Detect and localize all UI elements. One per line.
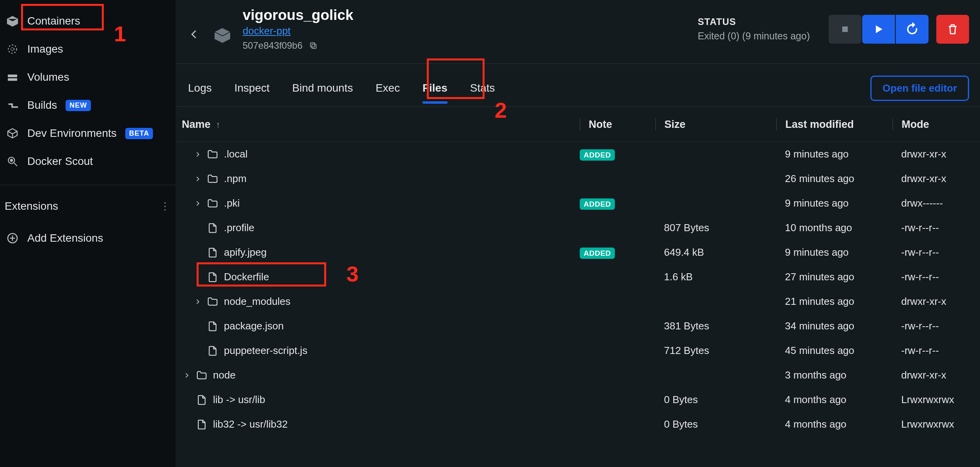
file-note: ADDED <box>580 197 655 209</box>
chevron-right-icon[interactable] <box>194 200 201 207</box>
file-modified: 9 minutes ago <box>776 197 893 209</box>
file-row[interactable]: .pkiADDED9 minutes agodrwx------ <box>176 191 980 216</box>
file-name: .local <box>224 148 248 160</box>
file-row[interactable]: lib32 -> usr/lib320 Bytes4 months agoLrw… <box>176 412 980 437</box>
sidebar-item-add-extensions[interactable]: Add Extensions <box>0 224 176 252</box>
tab-exec[interactable]: Exec <box>376 79 400 103</box>
file-icon <box>196 419 208 430</box>
file-mode: Lrwxrwxrwx <box>893 418 974 430</box>
file-mode: Lrwxrwxrwx <box>893 394 974 406</box>
column-size[interactable]: Size <box>655 119 776 131</box>
restart-button[interactable] <box>896 15 929 44</box>
file-row[interactable]: puppeteer-script.js712 Bytes45 minutes a… <box>176 338 980 363</box>
file-name: lib32 -> usr/lib32 <box>213 418 288 430</box>
file-row[interactable]: package.json381 Bytes34 minutes ago-rw-r… <box>176 314 980 338</box>
copy-icon[interactable] <box>309 41 318 50</box>
new-badge: NEW <box>66 100 91 111</box>
sidebar-item-containers[interactable]: Containers <box>0 7 176 35</box>
tab-logs[interactable]: Logs <box>188 79 212 103</box>
file-mode: -rw-r--r-- <box>893 246 974 258</box>
column-name[interactable]: Name ↑ <box>182 119 580 131</box>
dev-env-icon <box>6 127 19 140</box>
svg-rect-3 <box>8 78 17 81</box>
file-row[interactable]: node3 months agodrwxr-xr-x <box>176 363 980 387</box>
file-row[interactable]: .profile807 Bytes10 months ago-rw-r--r-- <box>176 216 980 240</box>
scout-icon <box>6 155 19 168</box>
file-name: lib -> usr/lib <box>213 394 265 406</box>
tab-bind-mounts[interactable]: Bind mounts <box>292 79 353 103</box>
sidebar-item-builds[interactable]: Builds NEW <box>0 91 176 119</box>
file-row[interactable]: apify.jpegADDED649.4 kB9 minutes ago-rw-… <box>176 240 980 265</box>
images-icon <box>6 43 19 55</box>
container-icon <box>6 15 19 27</box>
start-button[interactable] <box>862 15 895 44</box>
stop-button[interactable] <box>829 15 861 44</box>
tab-stats[interactable]: Stats <box>470 79 495 103</box>
back-button[interactable] <box>186 27 202 43</box>
open-file-editor-button[interactable]: Open file editor <box>870 76 969 101</box>
file-row[interactable]: node_modules21 minutes agodrwxr-xr-x <box>176 289 980 314</box>
svg-rect-2 <box>8 74 17 77</box>
file-icon <box>207 345 218 357</box>
sidebar-item-docker-scout[interactable]: Docker Scout <box>0 147 176 175</box>
sidebar-label: Dev Environments <box>27 127 117 140</box>
file-row[interactable]: .localADDED9 minutes agodrwxr-xr-x <box>176 142 980 166</box>
file-modified: 21 minutes ago <box>776 295 893 308</box>
column-note[interactable]: Note <box>580 119 655 131</box>
folder-icon <box>207 198 218 209</box>
delete-button[interactable] <box>936 15 969 44</box>
svg-rect-8 <box>310 43 314 47</box>
file-size: 807 Bytes <box>655 222 776 234</box>
beta-badge: BETA <box>125 128 153 139</box>
sidebar-item-volumes[interactable]: Volumes <box>0 63 176 91</box>
file-row[interactable]: .npm26 minutes agodrwxr-xr-x <box>176 166 980 191</box>
file-row[interactable]: lib -> usr/lib0 Bytes4 months agoLrwxrwx… <box>176 387 980 412</box>
status-label: STATUS <box>698 16 810 27</box>
column-mode[interactable]: Mode <box>893 119 974 131</box>
added-badge: ADDED <box>580 198 615 210</box>
container-id-row: 507e843f09b6 <box>243 40 353 51</box>
chevron-right-icon[interactable] <box>183 372 190 379</box>
file-modified: 10 months ago <box>776 222 893 234</box>
tab-inspect[interactable]: Inspect <box>234 79 270 103</box>
chevron-right-icon[interactable] <box>194 151 201 157</box>
file-name: node <box>213 369 236 381</box>
column-modified[interactable]: Last modified <box>776 119 893 131</box>
action-buttons <box>829 15 969 44</box>
status-block: STATUS Exited (0) (9 minutes ago) <box>698 16 810 42</box>
file-note: ADDED <box>580 148 655 160</box>
file-mode: -rw-r--r-- <box>893 320 974 332</box>
extensions-header[interactable]: Extensions ⋮ <box>0 188 176 224</box>
file-modified: 4 months ago <box>776 394 893 406</box>
file-mode: drwxr-xr-x <box>893 148 974 160</box>
file-mode: -rw-r--r-- <box>893 271 974 283</box>
file-name: package.json <box>224 320 284 332</box>
chevron-right-icon[interactable] <box>194 176 201 182</box>
extensions-label: Extensions <box>5 200 58 212</box>
folder-icon <box>207 149 218 160</box>
sidebar-label: Add Extensions <box>27 232 103 244</box>
sidebar-item-dev-env[interactable]: Dev Environments BETA <box>0 119 176 147</box>
file-row[interactable]: Dockerfile1.6 kB27 minutes ago-rw-r--r-- <box>176 265 980 289</box>
folder-icon <box>207 296 218 308</box>
file-list: .localADDED9 minutes agodrwxr-xr-x.npm26… <box>176 142 980 437</box>
sidebar-label: Images <box>27 43 63 55</box>
file-size: 712 Bytes <box>655 345 776 357</box>
sidebar-item-images[interactable]: Images <box>0 35 176 63</box>
svg-rect-7 <box>312 44 316 48</box>
tab-files[interactable]: Files <box>423 79 447 103</box>
file-modified: 26 minutes ago <box>776 173 893 185</box>
file-name: .pki <box>224 197 240 209</box>
svg-point-1 <box>8 45 16 53</box>
added-badge: ADDED <box>580 248 615 259</box>
file-icon <box>207 247 218 258</box>
sidebar-label: Volumes <box>27 71 69 83</box>
file-icon <box>207 320 218 332</box>
container-header: vigorous_golick docker-ppt 507e843f09b6 … <box>176 0 980 53</box>
chevron-right-icon[interactable] <box>194 299 201 305</box>
file-modified: 3 months ago <box>776 369 893 381</box>
image-link[interactable]: docker-ppt <box>243 25 353 37</box>
file-modified: 34 minutes ago <box>776 320 893 332</box>
more-icon[interactable]: ⋮ <box>160 200 170 212</box>
file-size: 381 Bytes <box>655 320 776 332</box>
